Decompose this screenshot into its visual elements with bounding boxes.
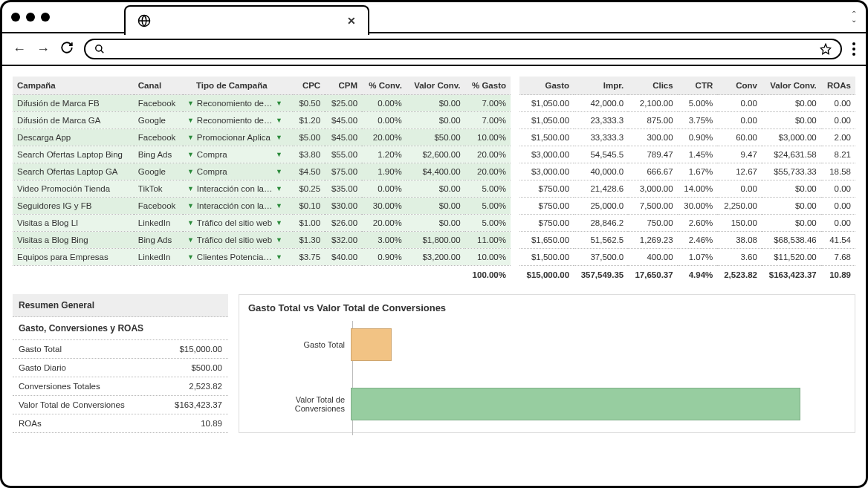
table-row[interactable]: Video Promoción TiendaTikTok▼Interacción… [13,180,511,198]
cell-tipo[interactable]: ▼Interacción con la Pu▼ [183,198,293,215]
cell-pgasto[interactable]: 5.00% [465,215,511,232]
table-row[interactable]: Seguidores IG y FBFacebook▼Interacción c… [13,198,511,215]
cell-campana[interactable]: Search Ofertas Laptop GA [13,163,134,180]
cell-tipo[interactable]: ▼Compra▼ [183,146,293,163]
star-icon[interactable] [820,43,832,55]
cell-vconv[interactable]: $2,600.00 [407,146,465,163]
cell-cpc[interactable]: $1.00 [293,215,325,232]
caret-down-icon[interactable]: ▼ [276,253,282,261]
table-row[interactable]: Visitas a Blog BingBing Ads▼Tráfico del … [13,232,511,249]
cell-pconv[interactable]: 0.00% [362,112,407,129]
cell-pconv[interactable]: 20.00% [362,129,407,146]
cell-cpm[interactable]: $45.00 [325,129,362,146]
cell-campana[interactable]: Visitas a Blog LI [13,215,134,232]
cell-vconv[interactable]: $3,200.00 [407,249,465,266]
caret-down-icon[interactable]: ▼ [276,202,282,209]
cell-cpc[interactable]: $3.80 [293,146,325,163]
cell-cpc[interactable]: $1.30 [293,232,325,249]
cell-campana[interactable]: Search Ofertas Laptop Bing [13,146,134,163]
cell-pgasto[interactable]: 10.00% [465,249,511,266]
table-row[interactable]: Equipos para EmpresasLinkedIn▼Clientes P… [13,249,511,266]
cell-pconv[interactable]: 1.90% [362,163,407,180]
cell-canal[interactable]: Facebook [134,198,183,215]
cell-vconv[interactable]: $4,400.00 [407,163,465,180]
back-button[interactable]: ← [13,42,26,57]
chevron-down-icon[interactable]: ⌄ [851,17,857,23]
cell-cpm[interactable]: $55.00 [325,146,362,163]
close-icon[interactable]: ✕ [347,15,356,27]
window-controls[interactable] [11,13,50,22]
cell-campana[interactable]: Descarga App [13,129,134,146]
cell-campana[interactable]: Seguidores IG y FB [13,198,134,215]
browser-tab[interactable]: ✕ [124,5,369,35]
caret-down-icon[interactable]: ▼ [187,219,194,227]
cell-campana[interactable]: Difusión de Marca GA [13,112,134,129]
cell-vconv[interactable]: $50.00 [407,129,465,146]
cell-tipo[interactable]: ▼Reconomiento de M▼ [183,95,293,112]
caret-down-icon[interactable]: ▼ [276,185,282,192]
caret-down-icon[interactable]: ▼ [276,151,282,158]
caret-down-icon[interactable]: ▼ [276,117,282,124]
caret-down-icon[interactable]: ▼ [187,100,194,107]
cell-cpm[interactable]: $25.00 [325,95,362,112]
cell-cpc[interactable]: $5.00 [293,129,325,146]
cell-canal[interactable]: Bing Ads [134,232,183,249]
caret-down-icon[interactable]: ▼ [276,134,282,141]
caret-down-icon[interactable]: ▼ [276,219,282,227]
cell-vconv[interactable]: $0.00 [407,112,465,129]
table-row[interactable]: Difusión de Marca GAGoogle▼Reconomiento … [13,112,511,129]
cell-cpm[interactable]: $75.00 [325,163,362,180]
cell-cpc[interactable]: $4.50 [293,163,325,180]
table-row[interactable]: Difusión de Marca FBFacebook▼Reconomient… [13,95,511,112]
cell-pgasto[interactable]: 11.00% [465,232,511,249]
cell-canal[interactable]: TikTok [134,180,183,198]
cell-vconv[interactable]: $0.00 [407,215,465,232]
caret-down-icon[interactable]: ▼ [187,134,194,141]
cell-campana[interactable]: Video Promoción Tienda [13,180,134,198]
cell-vconv[interactable]: $0.00 [407,180,465,198]
cell-cpc[interactable]: $0.25 [293,180,325,198]
forward-button[interactable]: → [36,42,50,57]
cell-vconv[interactable]: $0.00 [407,95,465,112]
cell-tipo[interactable]: ▼Reconomiento de M▼ [183,112,293,129]
caret-down-icon[interactable]: ▼ [276,236,282,244]
cell-tipo[interactable]: ▼Interacción con la Pu▼ [183,180,293,198]
cell-canal[interactable]: LinkedIn [134,215,183,232]
cell-campana[interactable]: Difusión de Marca FB [13,95,134,112]
caret-down-icon[interactable]: ▼ [187,117,194,124]
cell-pgasto[interactable]: 20.00% [465,146,511,163]
cell-canal[interactable]: Facebook [134,129,183,146]
cell-vconv[interactable]: $0.00 [407,198,465,215]
window-close-icon[interactable] [11,13,20,22]
cell-canal[interactable]: Bing Ads [134,146,183,163]
cell-tipo[interactable]: ▼Clientes Potenciales▼ [183,249,293,266]
caret-down-icon[interactable]: ▼ [276,168,282,175]
table-row[interactable]: Search Ofertas Laptop GAGoogle▼Compra▼$4… [13,163,511,180]
cell-campana[interactable]: Equipos para Empresas [13,249,134,266]
cell-cpm[interactable]: $35.00 [325,180,362,198]
cell-pgasto[interactable]: 7.00% [465,95,511,112]
cell-pgasto[interactable]: 5.00% [465,180,511,198]
cell-pconv[interactable]: 30.00% [362,198,407,215]
cell-vconv[interactable]: $1,800.00 [407,232,465,249]
cell-cpm[interactable]: $40.00 [325,249,362,266]
cell-tipo[interactable]: ▼Tráfico del sitio web▼ [183,232,293,249]
caret-down-icon[interactable]: ▼ [187,185,194,192]
caret-down-icon[interactable]: ▼ [187,202,194,209]
caret-down-icon[interactable]: ▼ [187,168,194,175]
caret-down-icon[interactable]: ▼ [187,151,194,158]
cell-pconv[interactable]: 20.00% [362,215,407,232]
caret-down-icon[interactable]: ▼ [187,236,194,244]
reload-button[interactable] [60,41,74,58]
tab-scroll-arrows[interactable]: ⌃ ⌄ [851,11,857,23]
cell-cpc[interactable]: $3.75 [293,249,325,266]
window-minimize-icon[interactable] [26,13,35,22]
cell-pgasto[interactable]: 5.00% [465,198,511,215]
cell-tipo[interactable]: ▼Tráfico del sitio web▼ [183,215,293,232]
cell-cpm[interactable]: $30.00 [325,198,362,215]
cell-cpc[interactable]: $1.20 [293,112,325,129]
table-row[interactable]: Search Ofertas Laptop BingBing Ads▼Compr… [13,146,511,163]
cell-pconv[interactable]: 0.00% [362,180,407,198]
cell-cpc[interactable]: $0.10 [293,198,325,215]
cell-pgasto[interactable]: 7.00% [465,112,511,129]
